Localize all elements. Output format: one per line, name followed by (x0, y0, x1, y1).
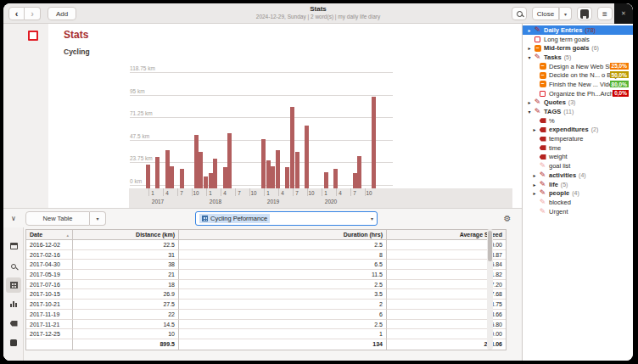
sidebar-item-tags[interactable]: ▾✎TAGS(11) (523, 107, 633, 116)
table-cell[interactable]: 11.5 (179, 270, 387, 280)
add-button[interactable]: Add (48, 7, 76, 20)
sidebar-item-life[interactable]: ▸✎life(5) (523, 180, 633, 189)
back-button[interactable]: ‹ (8, 7, 25, 20)
sidebar-item-people[interactable]: ▸✎people(4) (523, 188, 633, 198)
y-axis-label: 118.75 km (130, 65, 155, 71)
notebook-button[interactable] (6, 335, 21, 350)
sidebar-item-expenditures[interactable]: ▸expenditures(2) (523, 126, 633, 135)
sidebar-item-weight[interactable]: weight (523, 153, 633, 162)
item-count: (4) (572, 190, 579, 196)
sidebar-item-urgent[interactable]: ✎Urgent (523, 207, 633, 216)
table-cell[interactable]: 10 (73, 329, 179, 339)
table-cell[interactable]: 14.5 (73, 320, 179, 330)
combo-selection: Cycling Peformance (199, 214, 270, 223)
table-cell[interactable]: 38 (73, 260, 179, 270)
search-button[interactable] (512, 7, 527, 20)
table-cell[interactable]: 2017-07-16 (26, 280, 73, 290)
sidebar-item-[interactable]: % (523, 116, 633, 126)
sidebar-item-goal-list[interactable]: ✎goal list (523, 161, 633, 171)
table-cell[interactable]: 2017-04-30 (26, 260, 73, 270)
table-cell[interactable]: 22.5 (73, 240, 179, 250)
table-cell[interactable]: 899.5 (73, 339, 179, 350)
table-cell[interactable]: 2017-11-21 (26, 320, 73, 330)
table-cell[interactable]: 8 (179, 250, 387, 260)
expand-arrow-icon[interactable]: ▸ (531, 126, 538, 132)
table-cell[interactable]: 18 (73, 280, 179, 290)
sidebar-item-organize-the-ph-archive[interactable]: Organize the Ph...Archive0,0% (523, 89, 633, 98)
calendar-button[interactable] (6, 238, 21, 254)
sidebar-item-activities[interactable]: ▸✎activities(4) (523, 171, 633, 180)
progress-badge: 50,0% (610, 71, 629, 78)
collapse-panel-button[interactable]: ∨ (8, 213, 20, 224)
table-cell[interactable]: 2017-12-25 (26, 329, 73, 339)
table-cell[interactable] (26, 339, 73, 350)
table-row: 2017-11-2114.52.55.80 (26, 320, 506, 330)
tag-button[interactable] (6, 316, 21, 331)
expand-arrow-icon[interactable]: ▸ (531, 172, 538, 178)
sidebar-item-temperature[interactable]: temperature (523, 134, 633, 143)
table-cell[interactable]: 22 (73, 310, 179, 320)
expand-arrow-icon[interactable]: ▸ (526, 27, 533, 33)
chart-bar (357, 156, 361, 188)
item-count: (6) (591, 45, 599, 51)
table-cell[interactable]: 21 (73, 270, 179, 280)
expand-arrow-icon[interactable]: ▸ (531, 182, 538, 188)
screen: ‹ › Add Stats 2024-12-29, Sunday | 2 wor… (0, 0, 638, 364)
table-cell[interactable]: 27.5 (73, 300, 179, 310)
table-cell[interactable]: 2.5 (179, 240, 387, 250)
column-header-distance-km[interactable]: Distance (km) (73, 230, 179, 240)
menu-button[interactable]: ≡ (597, 7, 613, 20)
new-table-button[interactable]: New Table (25, 211, 90, 226)
expand-arrow-icon[interactable]: ▸ (526, 45, 533, 51)
expand-arrow-icon[interactable]: ▸ (531, 190, 538, 196)
table-cell[interactable]: 6.5 (179, 260, 387, 270)
search-button[interactable] (6, 259, 21, 274)
scrollbar-thumb[interactable] (488, 231, 492, 261)
table-cell[interactable]: 2.5 (179, 280, 387, 290)
table-select-combo[interactable]: Cycling Peformance ▾ (195, 211, 378, 226)
close-menu-button[interactable]: ▾ (559, 7, 572, 20)
table-cell[interactable]: 2017-05-19 (26, 270, 73, 280)
sidebar-item-blocked[interactable]: ✎blocked (523, 198, 633, 207)
close-button[interactable]: Close (532, 7, 559, 20)
sidebar-item-finish-the-new-video[interactable]: ~Finish the New ... Video80,0% (523, 80, 633, 89)
sidebar-item-daily-entries[interactable]: ▸✎Daily Entries(78) (523, 25, 633, 35)
table-cell[interactable]: 6 (179, 310, 387, 320)
table-cell[interactable]: 2017-10-15 (26, 289, 73, 300)
journal-button[interactable] (577, 7, 592, 20)
grid-button[interactable] (6, 277, 21, 293)
table-cell[interactable]: 26.9 (73, 289, 179, 300)
sidebar-item-decide-on-the-n-o-buy[interactable]: ~Decide on the N... o Buy50,0% (523, 70, 633, 80)
window-close-button[interactable]: ✕ (614, 3, 633, 24)
gear-icon: ⚙ (504, 214, 512, 223)
x-tick-label: 10 (250, 190, 256, 196)
table-cell[interactable]: 134 (179, 339, 387, 350)
new-table-menu-button[interactable]: ▾ (90, 211, 106, 226)
table-content: Date▴Distance (km)Duration (hrs)Average … (3, 227, 522, 361)
table-cell[interactable]: 2017-11-19 (26, 310, 73, 320)
table-cell[interactable]: 2017-02-16 (26, 250, 73, 260)
table-cell[interactable]: 2017-10-21 (26, 300, 73, 310)
table-scrollbar[interactable] (487, 229, 493, 350)
forward-button[interactable]: › (25, 7, 41, 20)
collapse-arrow-icon[interactable]: ▾ (526, 109, 533, 115)
sidebar-item-time[interactable]: time (523, 143, 633, 153)
column-header-date[interactable]: Date▴ (26, 230, 73, 240)
table-cell[interactable]: 2.5 (179, 320, 387, 330)
expand-arrow-icon[interactable]: ▸ (526, 99, 533, 105)
column-header-duration-hrs[interactable]: Duration (hrs) (179, 230, 387, 240)
table-cell[interactable]: 2 (179, 300, 387, 310)
chart-button[interactable] (6, 296, 21, 311)
sidebar-item-quotes[interactable]: ▸✎Quotes(3) (523, 98, 633, 108)
table-cell[interactable]: 3.5 (179, 289, 387, 300)
collapse-arrow-icon[interactable]: ▾ (526, 54, 533, 60)
table-cell[interactable]: 1 (179, 329, 387, 339)
table-row: 2017-05-192111.51.82 (26, 270, 506, 280)
sidebar-item-design-a-new-web-site[interactable]: ~Design a New Web Site25,0% (523, 62, 633, 71)
sidebar-item-mid-term-goals[interactable]: ▸~Mid-term goals(6) (523, 43, 633, 53)
sidebar-item-tasks[interactable]: ▾✎Tasks(5) (523, 53, 633, 62)
table-cell[interactable]: 2016-12-02 (26, 240, 73, 250)
table-cell[interactable]: 31 (73, 250, 179, 260)
table-settings-button[interactable]: ⚙ (501, 211, 514, 225)
sidebar-item-long-term-goals[interactable]: Long term goals (523, 35, 633, 44)
